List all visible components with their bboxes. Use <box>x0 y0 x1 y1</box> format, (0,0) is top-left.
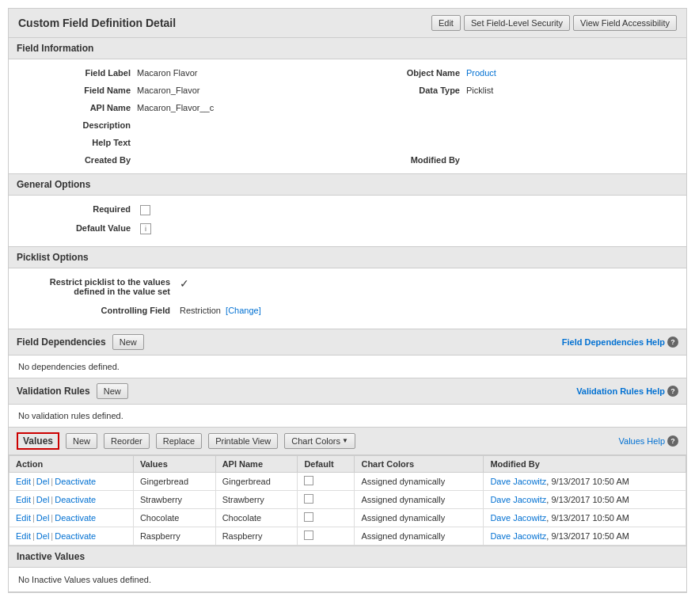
api-name-cell-1: Strawberry <box>215 490 298 508</box>
value-cell-0: Gingerbread <box>133 472 215 490</box>
field-dependencies-help-text: Field Dependencies Help <box>562 337 665 347</box>
values-replace-button[interactable]: Replace <box>156 433 202 449</box>
field-dependencies-section: Field Dependencies New Field Dependencie… <box>9 329 686 378</box>
object-name-label: Object Name <box>348 66 466 80</box>
set-field-level-security-button[interactable]: Set Field-Level Security <box>464 15 570 31</box>
field-dependencies-no-data: No dependencies defined. <box>18 362 120 371</box>
col-chart-colors: Chart Colors <box>355 455 484 472</box>
help-text-value <box>137 135 348 150</box>
field-dependencies-help-link[interactable]: Field Dependencies Help ? <box>562 337 678 348</box>
field-information-header: Field Information <box>9 38 686 59</box>
col-api-name: API Name <box>215 455 298 472</box>
created-by-value <box>137 153 348 167</box>
values-printable-button[interactable]: Printable View <box>208 433 278 449</box>
api-name-cell-0: Gingerbread <box>215 472 298 490</box>
validation-rules-help-icon: ? <box>667 386 678 397</box>
action-cell-3: Edit | Del | Deactivate <box>9 527 134 545</box>
edit-button[interactable]: Edit <box>431 15 461 31</box>
validation-rules-new-button[interactable]: New <box>97 383 128 399</box>
modified-by-link-3[interactable]: Dave Jacowitz <box>490 531 546 541</box>
values-table-wrap: Action Values API Name Default Chart Col… <box>9 455 686 546</box>
edit-link-3[interactable]: Edit <box>16 531 31 541</box>
picklist-options-title: Picklist Options <box>17 252 89 263</box>
default-checkbox-0[interactable] <box>304 476 313 485</box>
field-label-label: Field Label <box>18 66 137 80</box>
object-name-link[interactable]: Product <box>466 68 496 78</box>
restrict-value: ✓ <box>180 275 677 298</box>
field-information-title: Field Information <box>17 43 93 54</box>
modified-by-value <box>466 153 677 167</box>
values-reorder-button[interactable]: Reorder <box>104 433 150 449</box>
deactivate-link-1[interactable]: Deactivate <box>55 495 96 504</box>
default-checkbox-2[interactable] <box>304 512 313 522</box>
col-action: Action <box>9 455 134 472</box>
modified-by-link-0[interactable]: Dave Jacowitz <box>490 477 546 486</box>
help-text-label: Help Text <box>18 135 137 150</box>
picklist-options-section: Picklist Options Restrict picklist to th… <box>9 247 686 329</box>
restrict-row: Restrict picklist to the values defined … <box>18 275 677 298</box>
values-new-button[interactable]: New <box>66 433 97 449</box>
field-dependencies-new-button[interactable]: New <box>112 334 144 350</box>
default-cell-2 <box>298 508 355 527</box>
controlling-field-text: Restriction <box>180 306 221 315</box>
default-cell-1 <box>298 490 355 508</box>
deactivate-link-0[interactable]: Deactivate <box>55 477 96 486</box>
modified-by-cell-0: Dave Jacowitz, 9/13/2017 10:50 AM <box>484 472 686 490</box>
deactivate-link-2[interactable]: Deactivate <box>55 513 96 523</box>
deactivate-link-3[interactable]: Deactivate <box>55 531 96 541</box>
field-dependencies-header-left: Field Dependencies New <box>17 334 144 350</box>
view-field-accessibility-button[interactable]: View Field Accessibility <box>573 15 677 31</box>
default-checkbox-1[interactable] <box>304 494 313 504</box>
col-values: Values <box>133 455 215 472</box>
chart-colors-dropdown-arrow: ▼ <box>342 437 348 444</box>
modified-by-cell-2: Dave Jacowitz, 9/13/2017 10:50 AM <box>484 508 686 527</box>
field-dependencies-content: No dependencies defined. <box>9 356 686 378</box>
edit-link-1[interactable]: Edit <box>16 495 31 504</box>
col-default: Default <box>298 455 355 472</box>
description-label: Description <box>18 118 137 132</box>
controlling-field-label: Controlling Field <box>18 303 177 318</box>
table-row: Edit | Del | Deactivate Strawberry Straw… <box>9 490 686 508</box>
general-options-header: General Options <box>9 174 686 196</box>
general-options-section: General Options Required Default Value i <box>9 174 686 247</box>
restrict-label: Restrict picklist to the values defined … <box>18 275 177 298</box>
created-by-label: Created By <box>18 153 137 167</box>
validation-rules-help-link[interactable]: Validation Rules Help ? <box>576 386 678 397</box>
required-checkbox[interactable] <box>140 205 150 215</box>
api-name-cell-2: Chocolate <box>215 508 298 527</box>
object-name-value: Product <box>466 66 677 80</box>
edit-link-0[interactable]: Edit <box>16 477 31 486</box>
del-link-0[interactable]: Del <box>36 477 50 486</box>
required-row: Required <box>18 202 677 218</box>
field-name-value: Macaron_Flavor <box>137 83 348 97</box>
api-name-value: Macaron_Flavor__c <box>137 101 348 115</box>
inactive-values-content: No Inactive Values values defined. <box>9 568 686 591</box>
required-value <box>140 202 677 218</box>
picklist-options-header: Picklist Options <box>9 247 686 268</box>
general-options-title: General Options <box>17 179 90 190</box>
modified-by-link-2[interactable]: Dave Jacowitz <box>490 513 546 523</box>
value-cell-3: Raspberry <box>133 527 215 545</box>
table-row: Edit | Del | Deactivate Gingerbread Ging… <box>9 472 686 490</box>
default-checkbox-3[interactable] <box>304 530 313 540</box>
api-name-cell-3: Raspberry <box>215 527 298 545</box>
values-table-head: Action Values API Name Default Chart Col… <box>9 455 686 472</box>
modified-by-link-1[interactable]: Dave Jacowitz <box>490 495 546 504</box>
del-link-3[interactable]: Del <box>36 531 50 541</box>
field-dependencies-help: Field Dependencies Help ? <box>562 337 678 348</box>
values-section-header: Values New Reorder Replace Printable Vie… <box>9 428 686 455</box>
info-icon[interactable]: i <box>140 223 151 234</box>
validation-rules-help: Validation Rules Help ? <box>576 386 678 397</box>
page-title: Custom Field Definition Detail <box>18 17 176 29</box>
fi-empty-5 <box>348 135 466 150</box>
values-chart-colors-button[interactable]: Chart Colors ▼ <box>284 433 355 449</box>
del-link-2[interactable]: Del <box>36 513 50 523</box>
del-link-1[interactable]: Del <box>36 495 50 504</box>
edit-link-2[interactable]: Edit <box>16 513 31 523</box>
fi-empty-2 <box>466 101 677 115</box>
validation-rules-section: Validation Rules New Validation Rules He… <box>9 378 686 428</box>
data-type-label: Data Type <box>348 83 466 97</box>
change-link[interactable]: [Change] <box>226 306 261 315</box>
col-modified-by: Modified By <box>484 455 686 472</box>
values-help-link[interactable]: Values Help ? <box>619 435 679 447</box>
